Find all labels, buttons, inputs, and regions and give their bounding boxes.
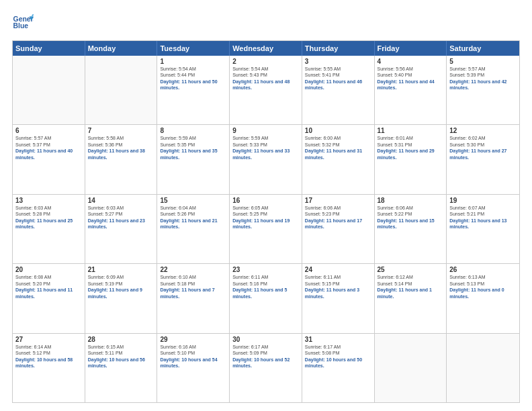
day-info: Sunrise: 5:55 AMSunset: 5:41 PMDaylight:… xyxy=(305,66,371,91)
day-header-wednesday: Wednesday xyxy=(230,41,302,56)
day-number: 14 xyxy=(88,197,154,204)
day-number: 30 xyxy=(232,336,299,343)
calendar: SundayMondayTuesdayWednesdayThursdayFrid… xyxy=(12,40,520,403)
day-cell-8: 8Sunrise: 5:59 AMSunset: 5:35 PMDaylight… xyxy=(157,125,230,193)
day-number: 4 xyxy=(378,58,444,65)
day-number: 3 xyxy=(305,58,371,65)
day-header-thursday: Thursday xyxy=(302,41,375,56)
day-cell-26: 26Sunrise: 6:13 AMSunset: 5:13 PMDayligh… xyxy=(447,264,519,332)
day-cell-6: 6Sunrise: 5:57 AMSunset: 5:37 PMDaylight… xyxy=(13,125,85,193)
header: General Blue xyxy=(12,12,520,34)
logo: General Blue xyxy=(12,12,34,34)
day-cell-25: 25Sunrise: 6:12 AMSunset: 5:14 PMDayligh… xyxy=(375,264,447,332)
day-cell-27: 27Sunrise: 6:14 AMSunset: 5:12 PMDayligh… xyxy=(13,334,85,402)
day-number: 11 xyxy=(378,127,444,134)
day-number: 27 xyxy=(15,336,82,343)
day-cell-22: 22Sunrise: 6:10 AMSunset: 5:18 PMDayligh… xyxy=(157,264,230,332)
day-cell-29: 29Sunrise: 6:16 AMSunset: 5:10 PMDayligh… xyxy=(157,334,230,402)
day-info: Sunrise: 5:57 AMSunset: 5:39 PMDaylight:… xyxy=(449,66,517,91)
day-info: Sunrise: 6:14 AMSunset: 5:12 PMDaylight:… xyxy=(15,344,82,369)
day-cell-1: 1Sunrise: 5:54 AMSunset: 5:44 PMDaylight… xyxy=(157,56,230,124)
day-number: 5 xyxy=(449,58,517,65)
day-cell-17: 17Sunrise: 6:06 AMSunset: 5:23 PMDayligh… xyxy=(302,195,375,263)
day-cell-9: 9Sunrise: 5:59 AMSunset: 5:33 PMDaylight… xyxy=(230,125,302,193)
day-number: 12 xyxy=(449,127,517,134)
calendar-week-1: 1Sunrise: 5:54 AMSunset: 5:44 PMDaylight… xyxy=(13,56,519,124)
calendar-week-3: 13Sunrise: 6:03 AMSunset: 5:28 PMDayligh… xyxy=(13,194,519,263)
day-cell-24: 24Sunrise: 6:11 AMSunset: 5:15 PMDayligh… xyxy=(302,264,375,332)
day-info: Sunrise: 5:54 AMSunset: 5:44 PMDaylight:… xyxy=(160,66,226,91)
day-number: 21 xyxy=(88,266,154,273)
day-cell-28: 28Sunrise: 6:15 AMSunset: 5:11 PMDayligh… xyxy=(85,334,158,402)
day-info: Sunrise: 6:06 AMSunset: 5:23 PMDaylight:… xyxy=(305,205,371,230)
day-info: Sunrise: 6:10 AMSunset: 5:18 PMDaylight:… xyxy=(160,274,226,300)
day-number: 7 xyxy=(88,127,154,134)
day-info: Sunrise: 6:05 AMSunset: 5:25 PMDaylight:… xyxy=(232,205,299,230)
day-number: 19 xyxy=(449,197,517,204)
calendar-week-5: 27Sunrise: 6:14 AMSunset: 5:12 PMDayligh… xyxy=(13,333,519,402)
day-info: Sunrise: 6:12 AMSunset: 5:14 PMDaylight:… xyxy=(378,274,444,300)
day-info: Sunrise: 5:57 AMSunset: 5:37 PMDaylight:… xyxy=(15,135,82,161)
day-info: Sunrise: 6:04 AMSunset: 5:26 PMDaylight:… xyxy=(160,205,226,230)
day-number: 17 xyxy=(305,197,371,204)
day-info: Sunrise: 6:09 AMSunset: 5:19 PMDaylight:… xyxy=(88,274,154,300)
day-info: Sunrise: 6:15 AMSunset: 5:11 PMDaylight:… xyxy=(88,344,154,369)
day-cell-23: 23Sunrise: 6:11 AMSunset: 5:16 PMDayligh… xyxy=(230,264,302,332)
day-number: 18 xyxy=(378,197,444,204)
day-cell-2: 2Sunrise: 5:54 AMSunset: 5:43 PMDaylight… xyxy=(230,56,302,124)
svg-text:Blue: Blue xyxy=(13,22,29,30)
day-number: 1 xyxy=(160,58,226,65)
day-cell-21: 21Sunrise: 6:09 AMSunset: 5:19 PMDayligh… xyxy=(85,264,158,332)
day-info: Sunrise: 5:58 AMSunset: 5:36 PMDaylight:… xyxy=(88,135,154,161)
day-number: 26 xyxy=(449,266,517,273)
day-number: 9 xyxy=(232,127,299,134)
calendar-header: SundayMondayTuesdayWednesdayThursdayFrid… xyxy=(13,41,519,56)
day-cell-31: 31Sunrise: 6:17 AMSunset: 5:08 PMDayligh… xyxy=(302,334,375,402)
logo-icon: General Blue xyxy=(12,12,34,34)
day-cell-30: 30Sunrise: 6:17 AMSunset: 5:09 PMDayligh… xyxy=(230,334,302,402)
day-cell-18: 18Sunrise: 6:06 AMSunset: 5:22 PMDayligh… xyxy=(375,195,447,263)
day-info: Sunrise: 6:16 AMSunset: 5:10 PMDaylight:… xyxy=(160,344,226,369)
day-cell-7: 7Sunrise: 5:58 AMSunset: 5:36 PMDaylight… xyxy=(85,125,158,193)
day-number: 23 xyxy=(232,266,299,273)
day-cell-20: 20Sunrise: 6:08 AMSunset: 5:20 PMDayligh… xyxy=(13,264,85,332)
day-number: 15 xyxy=(160,197,226,204)
day-number: 13 xyxy=(15,197,82,204)
day-info: Sunrise: 5:56 AMSunset: 5:40 PMDaylight:… xyxy=(378,66,444,91)
calendar-body: 1Sunrise: 5:54 AMSunset: 5:44 PMDaylight… xyxy=(13,56,519,402)
day-cell-15: 15Sunrise: 6:04 AMSunset: 5:26 PMDayligh… xyxy=(157,195,230,263)
day-info: Sunrise: 6:03 AMSunset: 5:28 PMDaylight:… xyxy=(15,205,82,230)
day-number: 31 xyxy=(305,336,371,343)
day-cell-4: 4Sunrise: 5:56 AMSunset: 5:40 PMDaylight… xyxy=(375,56,447,124)
day-info: Sunrise: 6:07 AMSunset: 5:21 PMDaylight:… xyxy=(449,205,517,230)
day-info: Sunrise: 6:17 AMSunset: 5:08 PMDaylight:… xyxy=(305,344,371,369)
day-info: Sunrise: 6:11 AMSunset: 5:16 PMDaylight:… xyxy=(232,274,299,300)
day-info: Sunrise: 5:59 AMSunset: 5:35 PMDaylight:… xyxy=(160,135,226,161)
day-cell-3: 3Sunrise: 5:55 AMSunset: 5:41 PMDaylight… xyxy=(302,56,375,124)
empty-cell xyxy=(85,56,158,124)
day-number: 16 xyxy=(232,197,299,204)
empty-cell xyxy=(375,334,447,402)
day-number: 2 xyxy=(232,58,299,65)
empty-cell xyxy=(13,56,85,124)
day-info: Sunrise: 6:06 AMSunset: 5:22 PMDaylight:… xyxy=(378,205,444,230)
day-number: 22 xyxy=(160,266,226,273)
day-cell-16: 16Sunrise: 6:05 AMSunset: 5:25 PMDayligh… xyxy=(230,195,302,263)
empty-cell xyxy=(447,334,519,402)
day-info: Sunrise: 5:54 AMSunset: 5:43 PMDaylight:… xyxy=(232,66,299,91)
day-number: 29 xyxy=(160,336,226,343)
day-info: Sunrise: 6:02 AMSunset: 5:30 PMDaylight:… xyxy=(449,135,517,161)
calendar-page: General Blue SundayMondayTuesdayWednesda… xyxy=(0,0,532,411)
day-cell-5: 5Sunrise: 5:57 AMSunset: 5:39 PMDaylight… xyxy=(447,56,519,124)
day-info: Sunrise: 6:08 AMSunset: 5:20 PMDaylight:… xyxy=(15,274,82,300)
day-number: 6 xyxy=(15,127,82,134)
day-info: Sunrise: 6:03 AMSunset: 5:27 PMDaylight:… xyxy=(88,205,154,230)
day-cell-12: 12Sunrise: 6:02 AMSunset: 5:30 PMDayligh… xyxy=(447,125,519,193)
day-cell-11: 11Sunrise: 6:01 AMSunset: 5:31 PMDayligh… xyxy=(375,125,447,193)
day-info: Sunrise: 6:13 AMSunset: 5:13 PMDaylight:… xyxy=(449,274,517,300)
day-info: Sunrise: 6:00 AMSunset: 5:32 PMDaylight:… xyxy=(305,135,371,161)
day-header-sunday: Sunday xyxy=(13,41,85,56)
day-cell-13: 13Sunrise: 6:03 AMSunset: 5:28 PMDayligh… xyxy=(13,195,85,263)
day-number: 20 xyxy=(15,266,82,273)
day-number: 28 xyxy=(88,336,154,343)
